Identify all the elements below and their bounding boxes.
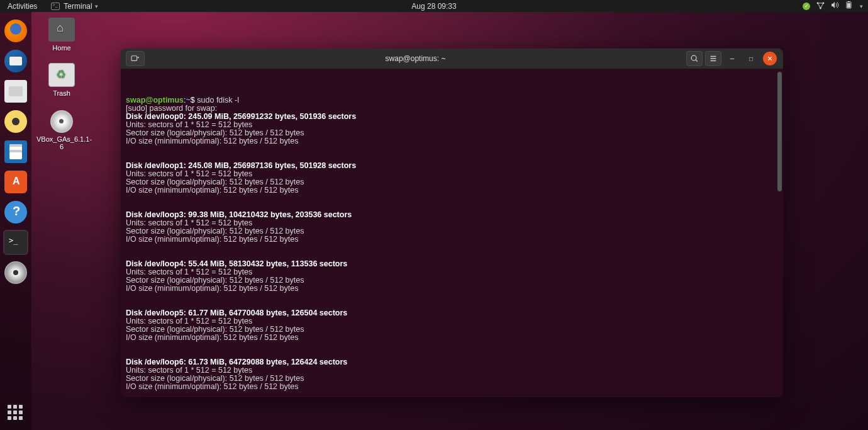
new-tab-button[interactable]: [126, 51, 145, 66]
terminal-output: swap@optimus:~$ sudo fdisk -l [sudo] pas…: [126, 96, 778, 397]
search-button[interactable]: [686, 51, 703, 66]
dock-libreoffice-writer[interactable]: [4, 140, 27, 163]
trash-icon: [48, 63, 75, 87]
volume-icon[interactable]: [831, 1, 839, 11]
update-indicator-icon[interactable]: ✓: [803, 3, 810, 10]
show-applications-button[interactable]: [8, 405, 24, 421]
hamburger-menu-button[interactable]: [705, 51, 721, 66]
dock-files[interactable]: [4, 80, 27, 103]
dock-rhythmbox[interactable]: [4, 110, 27, 133]
desktop-icon-vbox-disc[interactable]: VBox_GAs_6.1.1-6: [36, 110, 87, 150]
network-icon[interactable]: [816, 2, 825, 11]
home-folder-icon: [48, 18, 75, 42]
terminal-window: swap@optimus: ~ swap@optimus:~$ sudo fdi…: [121, 48, 783, 397]
dock: [0, 12, 31, 430]
dock-help[interactable]: [4, 201, 27, 223]
battery-icon[interactable]: [845, 1, 854, 11]
chevron-down-icon[interactable]: ▾: [860, 3, 863, 9]
activities-button[interactable]: Activities: [0, 2, 45, 11]
desktop-icon-label: VBox_GAs_6.1.1-6: [36, 135, 87, 150]
window-headerbar: swap@optimus: ~: [121, 48, 783, 69]
chevron-down-icon: ▾: [95, 3, 98, 9]
terminal-icon: [51, 3, 60, 10]
scrollbar-thumb[interactable]: [777, 72, 782, 191]
window-minimize-button[interactable]: [725, 52, 739, 65]
window-maximize-button[interactable]: [744, 52, 758, 65]
clock[interactable]: Aug 28 09:33: [411, 2, 456, 11]
desktop-icon-home[interactable]: Home: [36, 18, 87, 52]
dock-firefox[interactable]: [4, 20, 27, 42]
dock-thunderbird[interactable]: [4, 50, 27, 72]
svg-rect-5: [847, 3, 850, 8]
app-menu-label: Terminal: [64, 2, 92, 11]
desktop-icon-label: Trash: [36, 89, 87, 97]
window-title: swap@optimus: ~: [146, 54, 685, 63]
svg-rect-4: [848, 1, 850, 3]
terminal-viewport[interactable]: swap@optimus:~$ sudo fdisk -l [sudo] pas…: [121, 69, 783, 397]
disc-icon: [50, 110, 73, 133]
window-close-button[interactable]: [763, 52, 777, 65]
top-panel: Activities Terminal ▾ Aug 28 09:33 ✓ ▾: [0, 0, 868, 12]
dock-disc[interactable]: [4, 261, 27, 284]
svg-point-7: [691, 55, 696, 60]
dock-ubuntu-software[interactable]: [4, 171, 27, 193]
desktop-icon-trash[interactable]: Trash: [36, 63, 87, 97]
dock-terminal[interactable]: [4, 231, 27, 254]
app-menu-button[interactable]: Terminal ▾: [45, 2, 104, 11]
svg-rect-6: [131, 56, 137, 61]
desktop-icon-label: Home: [36, 44, 87, 52]
